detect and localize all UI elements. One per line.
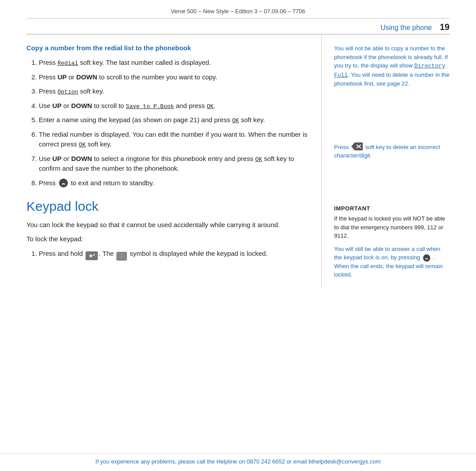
step4-ok: OK [207,103,214,110]
svg-point-0 [59,179,68,187]
footer-text: If you experience any problems, please c… [96,458,381,465]
step6-ok: OK [79,142,86,148]
end-call-icon-step8 [59,178,68,188]
side-note-2: Press soft key to delete an incorrect ch… [334,141,450,160]
step2-down: DOWN [76,73,97,81]
step2-up: UP [58,73,67,81]
important-box: IMPORTANT If the keypad is locked you wi… [334,204,450,279]
header-title: Verve 500 – New Style – Edition 3 – 07.0… [171,8,305,15]
star-lock-icon: ★* [86,251,98,260]
step-1: Press Redial soft key. The last number c… [39,58,312,68]
side-column: You will not be able to copy a number to… [322,34,450,288]
side-note-1-text: You will not be able to copy a number to… [334,45,450,87]
backspace-icon [351,142,363,153]
svg-point-4 [423,254,430,261]
step-4: Use UP or DOWN to scroll to Save to P.Bo… [39,101,312,111]
keypad-lock-sub: To lock the keypad: [26,234,312,244]
page-number: 19 [440,22,450,32]
svg-marker-1 [351,142,363,150]
step1-redial: Redial [58,60,78,67]
steps-list: Press Redial soft key. The last number c… [26,58,312,188]
end-call-icon-side [423,254,431,262]
section-title-right: Using the phone [380,24,432,32]
step3-option: Option [58,89,78,95]
important-label: IMPORTANT [334,204,450,213]
step5-ok: OK [232,117,239,124]
keypad-symbol-icon: ⋮ [116,252,127,261]
step4-up: UP [52,102,62,109]
footer-bar: If you experience any problems, please c… [0,453,476,471]
keypad-step-1: Press and hold ★*. The ⋮ symbol is displ… [39,249,312,259]
step-6: The redial number is displayed. You can … [39,130,312,150]
side-note-1: You will not be able to copy a number to… [334,44,450,88]
section-header-row: Using the phone 19 [0,19,476,34]
step4-save: Save to P.Book [126,103,174,110]
step-2: Press UP or DOWN to scroll to the number… [39,72,312,82]
main-column: Copy a number from the redial list to th… [26,34,322,288]
keypad-lock-title: Keypad lock [26,199,312,214]
step7-up: UP [52,155,62,162]
keypad-lock-section: Keypad lock You can lock the keypad so t… [26,199,312,259]
copy-section-heading: Copy a number from the redial list to th… [26,44,312,52]
keypad-lock-desc: You can lock the keypad so that it canno… [26,220,312,230]
directory-full-text: Directory Full [334,63,445,78]
step-3: Press Option soft key. [39,86,312,97]
step4-down: DOWN [71,102,92,109]
step-8: Press to exit and return to standby. [39,178,312,188]
step-7: Use UP or DOWN to select a ringtone for … [39,154,312,174]
step-5: Enter a name using the keypad (as shown … [39,115,312,125]
side-note-3: You will still be able to answer a call … [334,245,450,279]
page-header: Verve 500 – New Style – Edition 3 – 07.0… [0,0,476,18]
step7-ok: OK [255,156,262,163]
step7-down: DOWN [71,155,92,162]
content-area: Copy a number from the redial list to th… [0,34,476,288]
important-text: If the keypad is locked you will NOT be … [334,215,445,239]
keypad-lock-steps: Press and hold ★*. The ⋮ symbol is displ… [26,249,312,259]
